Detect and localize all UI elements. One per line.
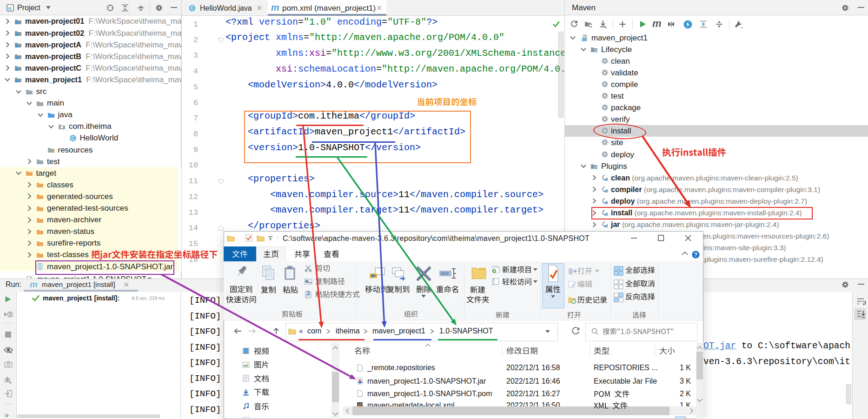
svg-text:C: C (71, 135, 75, 141)
svg-text:m: m (604, 200, 608, 205)
svg-text:m: m (604, 223, 608, 228)
svg-text:m: m (604, 188, 608, 193)
svg-text:m: m (604, 177, 608, 182)
svg-text:C: C (191, 6, 194, 11)
svg-text:9: 9 (9, 312, 12, 317)
svg-text:m: m (582, 36, 587, 42)
svg-text:?: ? (694, 252, 697, 258)
